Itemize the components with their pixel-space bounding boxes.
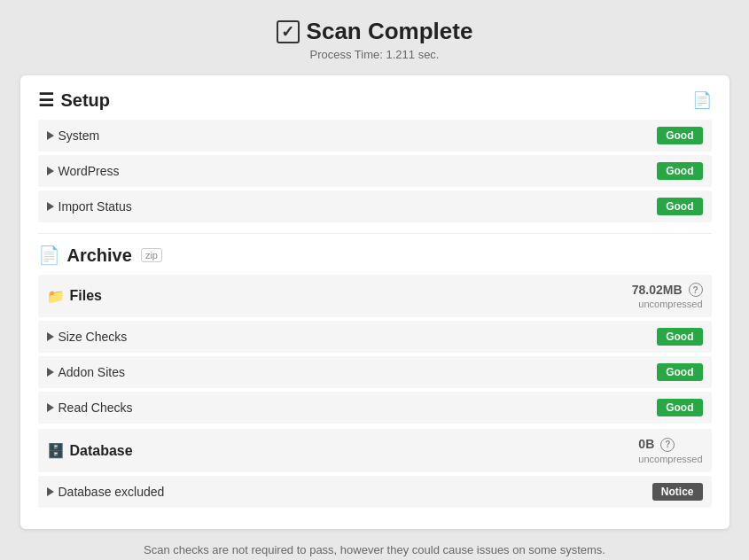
expand-icon (47, 368, 54, 377)
files-size-label: uncompressed (632, 298, 703, 310)
divider (38, 233, 712, 234)
files-subsection-header: 📁 Files 78.02MB ? uncompressed (38, 275, 712, 317)
database-icon: 🗄️ (47, 442, 65, 459)
scan-complete-icon (277, 20, 300, 43)
archive-badge: zip (141, 248, 162, 262)
expand-icon (47, 202, 54, 211)
database-subsection-header: 🗄️ Database 0B ? uncompressed (38, 429, 712, 471)
database-excluded-row[interactable]: Database excluded Notice (38, 476, 712, 508)
files-folder-icon: 📁 (47, 288, 65, 305)
expand-icon (47, 403, 54, 412)
setup-system-label: System (59, 128, 100, 143)
setup-system-row[interactable]: System Good (38, 120, 712, 152)
setup-wordpress-badge: Good (657, 162, 702, 180)
size-checks-label: Size Checks (59, 330, 128, 344)
database-size-label: uncompressed (638, 453, 702, 465)
addon-sites-row[interactable]: Addon Sites Good (38, 356, 712, 388)
setup-section: ☰ Setup 📄 System Good WordPress Good Imp… (38, 89, 712, 222)
footer-text: Scan checks are not required to pass, ho… (144, 541, 605, 560)
setup-title: ☰ Setup (38, 89, 111, 111)
read-checks-row[interactable]: Read Checks Good (38, 392, 712, 424)
files-help-icon[interactable]: ? (689, 283, 703, 297)
setup-wordpress-label: WordPress (59, 164, 120, 178)
setup-system-badge: Good (657, 127, 702, 144)
read-checks-badge: Good (657, 399, 702, 416)
files-size: 78.02MB (632, 282, 683, 298)
expand-icon (47, 167, 54, 175)
setup-import-row[interactable]: Import Status Good (38, 191, 712, 222)
addon-sites-label: Addon Sites (59, 365, 126, 379)
expand-icon (47, 332, 54, 341)
process-time: Process Time: 1.211 sec. (277, 48, 473, 61)
read-checks-label: Read Checks (59, 401, 133, 415)
setup-icon: ☰ (38, 89, 54, 111)
database-title: Database (70, 443, 133, 459)
footer-line1: Scan checks are not required to pass, ho… (144, 541, 605, 560)
database-excluded-label: Database excluded (59, 485, 165, 499)
archive-icon: 📄 (38, 245, 60, 266)
archive-section-header: 📄 Archive zip (38, 245, 712, 266)
setup-section-header: ☰ Setup 📄 (38, 89, 712, 111)
setup-wordpress-row[interactable]: WordPress Good (38, 155, 712, 187)
main-card: ☰ Setup 📄 System Good WordPress Good Imp… (20, 75, 729, 529)
database-size: 0B (638, 436, 654, 452)
expand-icon (47, 131, 54, 140)
page-title: Scan Complete (307, 18, 473, 45)
setup-import-label: Import Status (59, 199, 132, 214)
archive-title: 📄 Archive zip (38, 245, 162, 266)
export-icon[interactable]: 📄 (692, 90, 712, 110)
database-help-icon[interactable]: ? (660, 438, 675, 452)
files-title: Files (70, 288, 102, 304)
expand-icon (47, 487, 54, 496)
size-checks-badge: Good (657, 328, 702, 346)
addon-sites-badge: Good (657, 363, 702, 381)
database-excluded-badge: Notice (652, 483, 703, 501)
size-checks-row[interactable]: Size Checks Good (38, 321, 712, 353)
archive-section: 📄 Archive zip 📁 Files 78.02MB ? uncompre… (38, 245, 712, 508)
setup-import-badge: Good (657, 198, 702, 215)
page-header: Scan Complete Process Time: 1.211 sec. (277, 18, 473, 61)
